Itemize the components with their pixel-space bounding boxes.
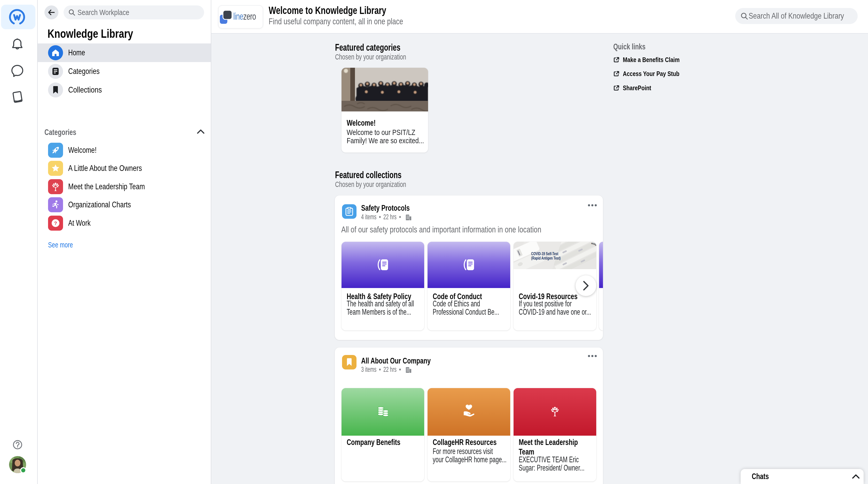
svg-text:?: ? [54,221,57,226]
svg-text:(Rapid Antigen Test): (Rapid Antigen Test) [531,256,561,261]
